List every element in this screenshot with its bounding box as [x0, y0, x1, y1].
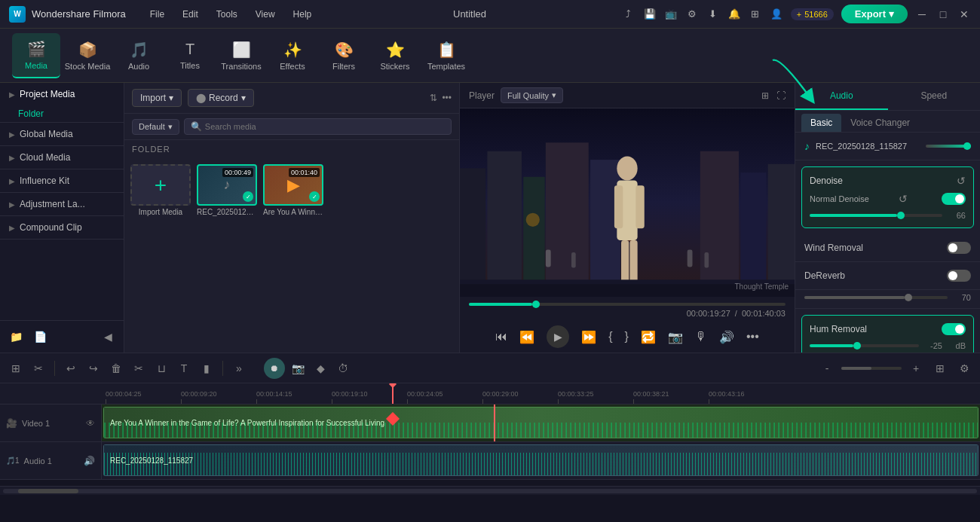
- normal-denoise-reset-icon[interactable]: ↺: [899, 193, 908, 205]
- timeline-cut-icon[interactable]: ✂: [129, 359, 149, 378]
- video-clip[interactable]: Are You A Winner in the Game of Life? A …: [103, 407, 978, 438]
- voiceover-icon[interactable]: 🎙: [695, 330, 707, 343]
- hum-removal-toggle[interactable]: [942, 323, 966, 335]
- export-button[interactable]: Export ▾: [841, 5, 908, 23]
- zoom-slider[interactable]: [841, 367, 902, 370]
- timeline-speed-icon[interactable]: ⏱: [333, 359, 353, 378]
- toolbar-stickers[interactable]: ⭐ Stickers: [371, 33, 419, 78]
- new-folder-icon[interactable]: 📁: [6, 327, 26, 346]
- menu-edit[interactable]: Edit: [176, 6, 204, 23]
- project-media-header[interactable]: ▶ Project Media: [0, 83, 124, 105]
- more-icon[interactable]: •••: [442, 93, 452, 103]
- zoom-in-icon[interactable]: +: [906, 359, 926, 378]
- prev-frame-icon[interactable]: ⏪: [519, 330, 534, 344]
- default-select[interactable]: Default ▾: [132, 119, 179, 135]
- normal-denoise-toggle[interactable]: [942, 193, 966, 205]
- timeline-undo-icon[interactable]: ↩: [61, 359, 81, 378]
- fullscreen-icon[interactable]: ⛶: [776, 90, 786, 101]
- wind-removal-toggle[interactable]: [947, 242, 971, 254]
- timeline-scissors-icon[interactable]: ✂: [29, 359, 48, 378]
- record-circle-btn[interactable]: ⏺: [264, 358, 285, 379]
- maximize-button[interactable]: □: [936, 8, 950, 21]
- collapse-panel-icon[interactable]: ◀: [98, 327, 118, 346]
- folder-item[interactable]: Folder: [0, 105, 124, 122]
- toolbar-stock-media[interactable]: 📦 Stock Media: [63, 33, 112, 78]
- compound-clip-header[interactable]: ▶ Compound Clip: [0, 216, 124, 239]
- search-input[interactable]: [205, 122, 445, 131]
- record-button[interactable]: ⬤ Record ▾: [188, 89, 254, 107]
- import-button[interactable]: Import ▾: [132, 89, 182, 107]
- download-icon[interactable]: ⬇: [706, 8, 720, 21]
- toolbar-titles[interactable]: T Titles: [166, 33, 214, 78]
- mute-icon[interactable]: 🔊: [84, 456, 95, 466]
- timeline-keyframe-icon[interactable]: ◆: [311, 359, 330, 378]
- hum-removal-slider[interactable]: [810, 344, 919, 347]
- tab-audio[interactable]: Audio: [795, 83, 888, 110]
- menu-tools[interactable]: Tools: [210, 6, 243, 23]
- skip-back-icon[interactable]: ⏮: [495, 330, 507, 343]
- volume-icon[interactable]: 🔊: [719, 330, 734, 344]
- menu-help[interactable]: Help: [287, 6, 318, 23]
- grid-view-icon[interactable]: ⊞: [761, 90, 769, 101]
- mark-out-icon[interactable]: }: [625, 330, 629, 343]
- global-media-header[interactable]: ▶ Global Media: [0, 123, 124, 145]
- close-button[interactable]: ✕: [957, 8, 971, 21]
- toolbar-transitions[interactable]: ⬜ Transitions: [217, 33, 265, 78]
- timeline-delete-icon[interactable]: 🗑: [106, 359, 126, 378]
- cloud-media-header[interactable]: ▶ Cloud Media: [0, 146, 124, 169]
- next-frame-icon[interactable]: ⏩: [581, 330, 596, 344]
- timeline-redo-icon[interactable]: ↪: [84, 359, 103, 378]
- denoise-slider[interactable]: [810, 214, 942, 217]
- progress-bar[interactable]: [469, 303, 786, 306]
- screen-icon[interactable]: 📺: [664, 8, 678, 21]
- audio-clip[interactable]: REC_20250128_115827: [103, 444, 978, 476]
- video-media-item[interactable]: 00:01:40 ▶ ✓ Are You A Winner int...: [263, 164, 323, 216]
- quality-select[interactable]: Full Quality ▾: [501, 87, 563, 103]
- scroll-track[interactable]: [3, 489, 977, 493]
- scroll-thumb[interactable]: [18, 489, 78, 493]
- tab-speed[interactable]: Speed: [888, 83, 981, 110]
- new-item-icon[interactable]: 📄: [30, 327, 50, 346]
- timeline-text-icon[interactable]: T: [174, 359, 194, 378]
- influence-kit-header[interactable]: ▶ Influence Kit: [0, 169, 124, 192]
- menu-view[interactable]: View: [250, 6, 281, 23]
- snapshot-icon[interactable]: 📷: [668, 330, 683, 344]
- denoise-reset-icon[interactable]: ↺: [957, 175, 966, 187]
- settings-tl-icon[interactable]: ⚙: [954, 359, 974, 378]
- track-volume-slider[interactable]: [926, 145, 971, 148]
- timeline-copy-icon[interactable]: ⊔: [152, 359, 171, 378]
- menu-file[interactable]: File: [144, 6, 170, 23]
- timeline-split-icon[interactable]: ▮: [197, 359, 216, 378]
- settings-icon[interactable]: ⚙: [685, 8, 699, 21]
- toolbar-media[interactable]: 🎬 Media: [12, 33, 60, 78]
- de-reverb-slider[interactable]: [804, 296, 948, 299]
- toolbar-filters[interactable]: 🎨 Filters: [320, 33, 368, 78]
- grid-icon[interactable]: ⊞: [930, 359, 950, 378]
- coins-badge[interactable]: + 51666: [791, 8, 834, 20]
- eye-icon[interactable]: 👁: [86, 418, 95, 429]
- toolbar-templates[interactable]: 📋 Templates: [422, 33, 470, 78]
- rec-media-item[interactable]: 00:00:49 ♪ ✓ REC_20250128_115827: [197, 164, 257, 216]
- share-icon[interactable]: ⤴: [622, 8, 635, 21]
- subtab-voice-changer[interactable]: Voice Changer: [841, 114, 919, 132]
- subtab-basic[interactable]: Basic: [801, 114, 841, 132]
- apps-icon[interactable]: ⊞: [749, 8, 762, 21]
- toolbar-audio[interactable]: 🎵 Audio: [115, 33, 163, 78]
- play-button[interactable]: ▶: [547, 325, 569, 348]
- notification-icon[interactable]: 🔔: [727, 8, 741, 21]
- minimize-button[interactable]: ─: [915, 8, 929, 21]
- import-media-item[interactable]: + Import Media: [130, 164, 191, 216]
- sort-icon[interactable]: ⇅: [430, 93, 437, 103]
- more-ctrl-icon[interactable]: •••: [746, 330, 759, 343]
- avatar[interactable]: 👤: [770, 8, 783, 21]
- zoom-out-icon[interactable]: -: [817, 359, 837, 378]
- timeline-group-icon[interactable]: ⊞: [6, 359, 26, 378]
- toolbar-effects[interactable]: ✨ Effects: [268, 33, 317, 78]
- save-icon[interactable]: 💾: [643, 8, 657, 21]
- mark-in-icon[interactable]: {: [608, 330, 612, 343]
- adjustment-header[interactable]: ▶ Adjustment La...: [0, 193, 124, 215]
- de-reverb-toggle[interactable]: [947, 270, 971, 282]
- loop-icon[interactable]: 🔁: [641, 330, 656, 344]
- timeline-more-icon[interactable]: »: [229, 359, 249, 378]
- timeline-snapshot-icon[interactable]: 📷: [288, 359, 308, 378]
